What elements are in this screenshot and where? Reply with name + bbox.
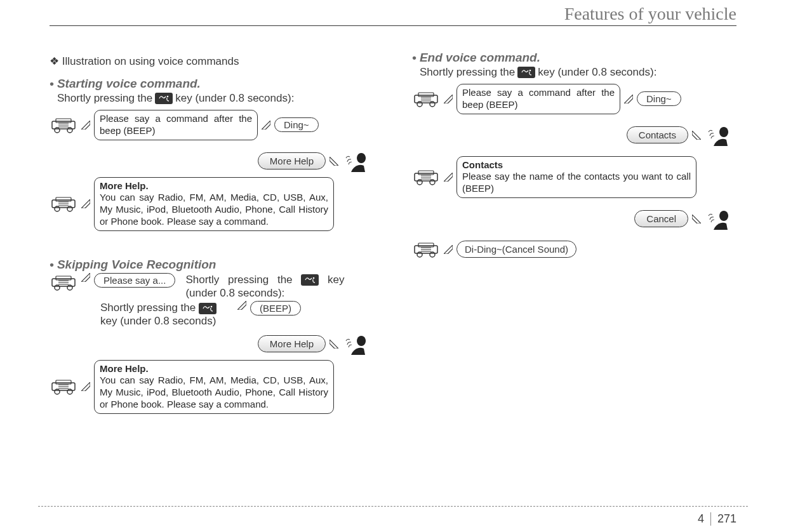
car-icon xyxy=(50,273,77,292)
sec2-row2: Shortly pressing the key (under 0.8 seco… xyxy=(100,301,374,328)
bubble-tail-icon xyxy=(262,121,270,130)
section-starting-sub: Shortly pressing the key (under 0.8 seco… xyxy=(57,92,374,105)
svg-rect-33 xyxy=(418,93,434,96)
svg-point-10 xyxy=(55,206,60,211)
bubble-tail-icon xyxy=(81,273,90,282)
car-icon xyxy=(412,168,440,187)
sec2-sl-post: key (under 0.8 seconds) xyxy=(100,315,216,327)
header-rule xyxy=(50,25,736,26)
section-end-title: • End voice command. xyxy=(412,51,736,65)
svg-rect-9 xyxy=(56,197,71,201)
person-speaking-icon xyxy=(342,152,370,171)
morehelp-title: More Help. xyxy=(100,180,328,192)
section-starting-title: • Starting voice command. xyxy=(50,77,374,91)
sec1-morehelp-body-row: More Help. You can say Radio, FM, AM, Me… xyxy=(50,177,374,231)
svg-point-22 xyxy=(313,277,315,279)
svg-rect-47 xyxy=(418,243,434,247)
footer-dashed-rule xyxy=(38,506,748,507)
beep-pill: (BEEP) xyxy=(250,301,301,316)
svg-point-23 xyxy=(211,305,213,307)
sec3-contacts-bubble: Contacts Please say the name of the cont… xyxy=(456,156,696,198)
bubble-tail-icon xyxy=(624,95,633,103)
page-header-title: Features of your vehicle xyxy=(564,4,736,24)
svg-point-18 xyxy=(67,285,72,290)
contacts-body: Please say the name of the contacts you … xyxy=(462,171,691,195)
svg-point-34 xyxy=(417,102,422,107)
sec3-sub-post: key (under 0.8 seconds): xyxy=(538,66,656,79)
morehelp-body: You can say Radio, FM, AM, Media, CD, US… xyxy=(100,375,328,410)
svg-point-35 xyxy=(430,102,435,107)
voice-key-icon xyxy=(517,67,535,78)
bubble-tail-icon xyxy=(81,382,90,391)
svg-point-11 xyxy=(67,206,72,211)
sec2-rt-pre: Shortly pressing the xyxy=(185,274,301,286)
svg-point-17 xyxy=(55,285,60,290)
bubble-tail-icon xyxy=(81,121,90,130)
bubble-tail-icon xyxy=(81,199,90,208)
sec2-second-line: Shortly pressing the key (under 0.8 seco… xyxy=(100,301,234,328)
please-say-bubble: Please say a... xyxy=(94,273,175,288)
svg-point-48 xyxy=(417,252,422,257)
contacts-title: Contacts xyxy=(462,159,691,171)
sec2-sl-pre: Shortly pressing the xyxy=(100,302,199,314)
sec3-ding-pill: Ding~ xyxy=(637,91,681,106)
person-speaking-icon xyxy=(705,209,733,229)
voice-key-icon xyxy=(155,93,173,104)
svg-rect-40 xyxy=(418,171,434,175)
bubble-tail-icon xyxy=(237,301,246,310)
cancel-pill: Cancel xyxy=(634,210,688,227)
sec3-cancel-row: Cancel xyxy=(412,209,736,229)
sec1-ding-pill: Ding~ xyxy=(274,117,319,132)
bubble-tail-icon xyxy=(330,340,338,349)
sec1-morehelp-bubble: More Help. You can say Radio, FM, AM, Me… xyxy=(94,177,334,231)
svg-point-3 xyxy=(55,128,60,133)
sec2-right-text: Shortly pressing the key (under 0.8 seco… xyxy=(185,273,344,300)
cancel-sound-bubble: Di-Ding~(Cancel Sound) xyxy=(456,241,576,258)
person-speaking-icon xyxy=(705,126,733,145)
person-speaking-icon xyxy=(342,335,370,354)
page-number: 4 271 xyxy=(698,512,736,526)
contacts-pill: Contacts xyxy=(627,126,688,143)
svg-rect-2 xyxy=(56,119,71,123)
bubble-tail-icon xyxy=(444,245,453,254)
sec1-sub-post: key (under 0.8 seconds): xyxy=(175,92,294,105)
page: Features of your vehicle ❖ Illustration … xyxy=(0,0,786,532)
voice-key-icon xyxy=(301,274,319,286)
more-help-pill: More Help xyxy=(258,335,326,352)
bubble-tail-icon xyxy=(444,173,453,182)
svg-point-27 xyxy=(67,389,72,394)
section-end-sub: Shortly pressing the key (under 0.8 seco… xyxy=(420,66,736,79)
page-number-value: 271 xyxy=(717,512,736,526)
sec2-row1: Please say a... Shortly pressing the key… xyxy=(50,273,374,300)
right-column: • End voice command. Shortly pressing th… xyxy=(412,51,736,494)
more-help-pill: More Help xyxy=(258,152,326,170)
sec3-sub-pre: Shortly pressing the xyxy=(420,66,515,79)
svg-point-41 xyxy=(417,180,422,185)
car-icon xyxy=(50,194,77,213)
car-icon xyxy=(412,240,440,259)
svg-rect-16 xyxy=(56,276,71,280)
car-icon xyxy=(50,116,77,135)
sec1-prompt-bubble: Please say a command after the beep (BEE… xyxy=(94,110,258,140)
page-section-number: 4 xyxy=(698,512,711,526)
svg-point-42 xyxy=(430,180,435,185)
bubble-tail-icon xyxy=(330,157,338,166)
bubble-tail-icon xyxy=(692,131,701,140)
sec1-sub-pre: Shortly pressing the xyxy=(57,92,152,105)
content-columns: ❖ Illustration on using voice commands •… xyxy=(50,51,736,494)
sec2-morehelp-row: More Help xyxy=(50,335,374,354)
car-icon xyxy=(50,377,77,396)
car-icon xyxy=(412,90,440,109)
morehelp-body: You can say Radio, FM, AM, Media, CD, US… xyxy=(100,192,328,227)
section-skipping-title: • Skipping Voice Recognition xyxy=(50,258,374,272)
svg-point-4 xyxy=(67,128,72,133)
sec2-morehelp-bubble: More Help. You can say Radio, FM, AM, Me… xyxy=(94,360,334,414)
svg-point-49 xyxy=(430,252,435,257)
sec3-cancelsound-row: Di-Ding~(Cancel Sound) xyxy=(412,240,736,259)
sec3-contacts-body-row: Contacts Please say the name of the cont… xyxy=(412,156,736,198)
sec1-prompt-row: Please say a command after the beep (BEE… xyxy=(50,110,374,140)
svg-point-0 xyxy=(167,96,169,98)
bubble-tail-icon xyxy=(692,215,701,223)
left-column: ❖ Illustration on using voice commands •… xyxy=(50,51,374,494)
sec3-prompt-row: Please say a command after the beep (BEE… xyxy=(412,84,736,114)
